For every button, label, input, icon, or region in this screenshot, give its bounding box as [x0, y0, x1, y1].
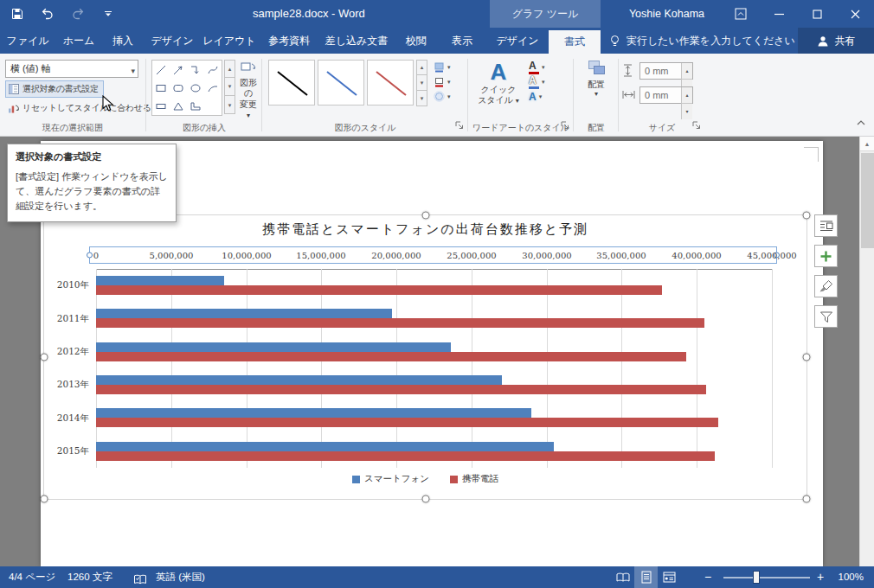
web-layout-button[interactable]: [658, 566, 681, 588]
spinner-down-icon[interactable]: ▾: [681, 103, 692, 119]
collapse-ribbon-button[interactable]: [855, 115, 867, 131]
shape-arrow-icon[interactable]: [172, 64, 184, 76]
reset-to-match-style-button[interactable]: リセットしてスタイルに合わせる: [5, 99, 156, 117]
chart-title[interactable]: 携帯電話とスマートフォンの出荷台数推移と予測: [44, 221, 807, 238]
height-spinner[interactable]: ▴▾: [681, 63, 692, 79]
tab-layout[interactable]: レイアウト: [201, 28, 258, 54]
shape-style-preview-2[interactable]: [318, 60, 364, 105]
tab-review[interactable]: 校閲: [395, 28, 438, 54]
tab-view[interactable]: 表示: [440, 28, 485, 54]
tell-me-box[interactable]: 実行したい作業を入力してください: [609, 28, 795, 54]
chart-selection-handle[interactable]: [803, 354, 811, 361]
dialog-launcher-button[interactable]: [561, 118, 569, 133]
shape-arc-icon[interactable]: [207, 82, 219, 94]
redo-button[interactable]: [69, 4, 87, 23]
axis-tick-label[interactable]: 35,000,000: [596, 251, 646, 260]
axis-tick-label[interactable]: 25,000,000: [447, 251, 496, 260]
shape-rounded-rectangle-icon[interactable]: [172, 82, 184, 94]
shape-width-field[interactable]: 0 mm ▴▾: [639, 86, 693, 104]
undo-button[interactable]: [39, 4, 56, 23]
chart-object[interactable]: 携帯電話とスマートフォンの出荷台数推移と予測 スマートフォン携帯電話 05,00…: [43, 214, 807, 500]
gallery-down-icon[interactable]: ▾: [416, 75, 427, 91]
read-mode-button[interactable]: [611, 566, 634, 588]
axis-tick-label[interactable]: 0: [93, 251, 99, 260]
language-indicator[interactable]: 英語 (米国): [156, 566, 205, 588]
category-label[interactable]: 2010年: [44, 279, 89, 291]
bar-スマートフォン[interactable]: [96, 309, 392, 318]
minimize-button[interactable]: [760, 0, 798, 28]
axis-selection-handle[interactable]: [87, 252, 93, 259]
gallery-up-icon[interactable]: ▴: [416, 60, 427, 75]
shape-fill-button[interactable]: ▾: [432, 60, 465, 74]
proofing-status-icon[interactable]: [133, 572, 147, 588]
chart-selection-handle[interactable]: [803, 495, 811, 503]
category-label[interactable]: 2013年: [44, 379, 89, 391]
category-label[interactable]: 2011年: [44, 313, 89, 325]
axis-tick-label[interactable]: 20,000,000: [371, 251, 421, 260]
chart-selection-handle[interactable]: [41, 354, 48, 361]
chart-selection-handle[interactable]: [421, 212, 429, 220]
bar-携帯電話[interactable]: [96, 451, 715, 461]
category-label[interactable]: 2015年: [44, 445, 89, 457]
shape-line-icon[interactable]: [155, 64, 167, 76]
shape-gallery[interactable]: [151, 60, 222, 116]
bar-スマートフォン[interactable]: [96, 276, 224, 285]
format-selection-button[interactable]: 選択対象の書式設定: [5, 80, 104, 98]
wordart-quick-styles-button[interactable]: A クイック スタイル ▾: [475, 60, 522, 106]
ribbon-display-options-button[interactable]: [722, 0, 760, 28]
dialog-launcher-button[interactable]: [455, 118, 464, 133]
chart-legend[interactable]: スマートフォン携帯電話: [44, 473, 807, 485]
shape-oval-icon[interactable]: [190, 82, 202, 94]
shape-height-field[interactable]: 0 mm ▴▾: [639, 62, 693, 80]
width-spinner[interactable]: ▴▾: [681, 87, 692, 103]
bar-携帯電話[interactable]: [96, 285, 662, 295]
bar-携帯電話[interactable]: [96, 352, 686, 361]
bar-携帯電話[interactable]: [96, 418, 718, 427]
category-label[interactable]: 2012年: [44, 346, 89, 358]
dialog-launcher-button[interactable]: [692, 118, 701, 133]
bar-携帯電話[interactable]: [96, 385, 706, 394]
shape-effects-button[interactable]: ▾: [432, 89, 465, 104]
spinner-up-icon[interactable]: ▴: [681, 63, 692, 79]
change-shape-button[interactable]: 図形の 変更 ▾: [237, 60, 260, 121]
chart-selection-handle[interactable]: [421, 495, 429, 503]
tab-references[interactable]: 参考資料: [260, 28, 318, 54]
print-layout-button[interactable]: [634, 566, 658, 588]
axis-tick-label[interactable]: 5,000,000: [150, 251, 194, 260]
bar-スマートフォン[interactable]: [96, 408, 531, 418]
axis-tick-label[interactable]: 45,000,000: [747, 251, 796, 260]
gallery-down-icon[interactable]: ▾: [224, 78, 235, 96]
shape-style-preview-1[interactable]: [268, 60, 315, 105]
chart-selection-handle[interactable]: [803, 212, 811, 220]
zoom-out-button[interactable]: −: [704, 566, 711, 588]
close-button[interactable]: [836, 0, 874, 28]
text-fill-button[interactable]: A ▾: [527, 60, 562, 74]
shape-rectangle-icon[interactable]: [155, 82, 167, 94]
share-button[interactable]: 共有: [798, 28, 874, 54]
chart-elements-button[interactable]: [814, 245, 838, 267]
layout-options-button[interactable]: [814, 214, 838, 237]
text-outline-button[interactable]: A ▾: [527, 74, 562, 89]
scrollbar-up-icon[interactable]: ▲: [860, 137, 874, 151]
maximize-button[interactable]: [798, 0, 836, 28]
axis-tick-label[interactable]: 30,000,000: [522, 251, 571, 260]
shape-rectangle2-icon[interactable]: [155, 100, 167, 112]
tab-file[interactable]: ファイル: [2, 28, 54, 54]
legend-item[interactable]: スマートフォン: [352, 473, 429, 485]
tab-chart-format[interactable]: 書式: [549, 30, 601, 54]
tab-insert[interactable]: 挿入: [102, 28, 144, 54]
chart-element-combo[interactable]: 横 (値) 軸 ▾: [5, 60, 138, 78]
gallery-more-icon[interactable]: ▾: [224, 96, 235, 114]
word-count[interactable]: 1260 文字: [67, 566, 112, 588]
shape-style-preview-3[interactable]: [367, 60, 414, 105]
bar-スマートフォン[interactable]: [96, 375, 502, 385]
bar-スマートフォン[interactable]: [96, 342, 451, 352]
spinner-up-icon[interactable]: ▴: [681, 87, 692, 103]
axis-tick-label[interactable]: 40,000,000: [672, 251, 721, 260]
scrollbar-thumb[interactable]: [861, 153, 874, 248]
text-effects-button[interactable]: A ▾: [527, 89, 562, 104]
tab-home[interactable]: ホーム: [55, 28, 102, 54]
zoom-slider-thumb[interactable]: [753, 571, 760, 584]
category-label[interactable]: 2014年: [44, 412, 89, 425]
shape-triangle-icon[interactable]: [172, 100, 184, 112]
